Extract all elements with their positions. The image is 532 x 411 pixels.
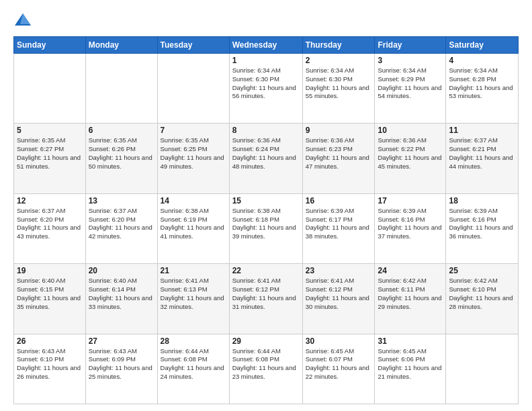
- header: [13, 11, 519, 30]
- day-number: 21: [161, 266, 226, 275]
- day-info: Sunrise: 6:34 AMSunset: 6:30 PMDaylight:…: [232, 66, 300, 101]
- day-info: Sunrise: 6:38 AMSunset: 6:19 PMDaylight:…: [161, 207, 226, 241]
- calendar-cell: 12 Sunrise: 6:37 AMSunset: 6:20 PMDaylig…: [14, 193, 86, 263]
- day-info: Sunrise: 6:35 AMSunset: 6:27 PMDaylight:…: [17, 136, 83, 171]
- day-number: 3: [378, 56, 443, 65]
- day-number: 25: [449, 266, 515, 275]
- day-number: 26: [17, 336, 83, 346]
- day-number: 6: [89, 126, 154, 135]
- calendar-cell: 24 Sunrise: 6:42 AMSunset: 6:11 PMDaylig…: [375, 264, 446, 334]
- day-number: 30: [306, 336, 372, 346]
- day-info: Sunrise: 6:36 AMSunset: 6:23 PMDaylight:…: [306, 136, 372, 171]
- calendar-cell: 10 Sunrise: 6:36 AMSunset: 6:22 PMDaylig…: [375, 124, 446, 193]
- day-info: Sunrise: 6:41 AMSunset: 6:12 PMDaylight:…: [306, 277, 372, 311]
- calendar-cell: 15 Sunrise: 6:38 AMSunset: 6:18 PMDaylig…: [229, 193, 302, 263]
- day-number: 27: [89, 336, 154, 346]
- day-number: 10: [378, 126, 443, 135]
- calendar-cell: 29 Sunrise: 6:44 AMSunset: 6:08 PMDaylig…: [229, 334, 302, 404]
- day-number: 22: [232, 266, 300, 275]
- day-info: Sunrise: 6:34 AMSunset: 6:28 PMDaylight:…: [449, 66, 515, 101]
- day-info: Sunrise: 6:34 AMSunset: 6:30 PMDaylight:…: [306, 66, 372, 101]
- calendar-cell: 25 Sunrise: 6:42 AMSunset: 6:10 PMDaylig…: [446, 264, 519, 334]
- day-info: Sunrise: 6:42 AMSunset: 6:10 PMDaylight:…: [449, 277, 515, 311]
- day-info: Sunrise: 6:43 AMSunset: 6:09 PMDaylight:…: [89, 347, 154, 381]
- day-number: 15: [232, 196, 300, 205]
- calendar-cell: 11 Sunrise: 6:37 AMSunset: 6:21 PMDaylig…: [446, 124, 519, 193]
- calendar-cell: 1 Sunrise: 6:34 AMSunset: 6:30 PMDayligh…: [229, 54, 302, 124]
- calendar-cell: 20 Sunrise: 6:40 AMSunset: 6:14 PMDaylig…: [85, 264, 157, 334]
- calendar-week-row: 1 Sunrise: 6:34 AMSunset: 6:30 PMDayligh…: [14, 54, 519, 124]
- calendar-cell: 22 Sunrise: 6:41 AMSunset: 6:12 PMDaylig…: [229, 264, 302, 334]
- weekday-header: Wednesday: [229, 37, 302, 54]
- day-number: 16: [306, 196, 372, 205]
- calendar-cell: 19 Sunrise: 6:40 AMSunset: 6:15 PMDaylig…: [14, 264, 86, 334]
- calendar-cell: 23 Sunrise: 6:41 AMSunset: 6:12 PMDaylig…: [302, 264, 375, 334]
- day-number: 11: [449, 126, 515, 135]
- day-info: Sunrise: 6:45 AMSunset: 6:07 PMDaylight:…: [306, 347, 372, 381]
- weekday-header-row: SundayMondayTuesdayWednesdayThursdayFrid…: [14, 37, 519, 54]
- day-number: 13: [89, 196, 154, 205]
- day-info: Sunrise: 6:37 AMSunset: 6:20 PMDaylight:…: [89, 207, 154, 241]
- calendar-week-row: 12 Sunrise: 6:37 AMSunset: 6:20 PMDaylig…: [14, 193, 519, 263]
- logo: [13, 11, 35, 30]
- day-info: Sunrise: 6:41 AMSunset: 6:12 PMDaylight:…: [232, 277, 300, 311]
- calendar-week-row: 26 Sunrise: 6:43 AMSunset: 6:10 PMDaylig…: [14, 334, 519, 404]
- day-info: Sunrise: 6:42 AMSunset: 6:11 PMDaylight:…: [378, 277, 443, 311]
- day-number: 9: [306, 126, 372, 135]
- weekday-header: Friday: [375, 37, 446, 54]
- day-number: 23: [306, 266, 372, 275]
- weekday-header: Saturday: [446, 37, 519, 54]
- calendar-cell: 8 Sunrise: 6:36 AMSunset: 6:24 PMDayligh…: [229, 124, 302, 193]
- calendar-cell: 6 Sunrise: 6:35 AMSunset: 6:26 PMDayligh…: [85, 124, 157, 193]
- weekday-header: Thursday: [302, 37, 375, 54]
- day-number: 19: [17, 266, 83, 275]
- day-info: Sunrise: 6:44 AMSunset: 6:08 PMDaylight:…: [232, 347, 300, 381]
- calendar-cell: 3 Sunrise: 6:34 AMSunset: 6:29 PMDayligh…: [375, 54, 446, 124]
- day-number: 14: [161, 196, 226, 205]
- day-number: 31: [378, 336, 443, 346]
- day-number: 17: [378, 196, 443, 205]
- day-number: 12: [17, 196, 83, 205]
- day-number: 24: [378, 266, 443, 275]
- calendar-cell: 14 Sunrise: 6:38 AMSunset: 6:19 PMDaylig…: [157, 193, 229, 263]
- calendar-cell: 18 Sunrise: 6:39 AMSunset: 6:16 PMDaylig…: [446, 193, 519, 263]
- calendar-table: SundayMondayTuesdayWednesdayThursdayFrid…: [13, 36, 519, 404]
- calendar-cell: 13 Sunrise: 6:37 AMSunset: 6:20 PMDaylig…: [85, 193, 157, 263]
- calendar-cell: [157, 54, 229, 124]
- day-info: Sunrise: 6:38 AMSunset: 6:18 PMDaylight:…: [232, 207, 300, 241]
- calendar-cell: 2 Sunrise: 6:34 AMSunset: 6:30 PMDayligh…: [302, 54, 375, 124]
- day-info: Sunrise: 6:36 AMSunset: 6:22 PMDaylight:…: [378, 136, 443, 171]
- calendar-cell: 21 Sunrise: 6:41 AMSunset: 6:13 PMDaylig…: [157, 264, 229, 334]
- calendar-cell: 31 Sunrise: 6:45 AMSunset: 6:06 PMDaylig…: [375, 334, 446, 404]
- calendar-cell: [446, 334, 519, 404]
- weekday-header: Monday: [85, 37, 157, 54]
- day-info: Sunrise: 6:44 AMSunset: 6:08 PMDaylight:…: [161, 347, 226, 381]
- calendar-cell: 28 Sunrise: 6:44 AMSunset: 6:08 PMDaylig…: [157, 334, 229, 404]
- calendar-cell: 30 Sunrise: 6:45 AMSunset: 6:07 PMDaylig…: [302, 334, 375, 404]
- day-info: Sunrise: 6:36 AMSunset: 6:24 PMDaylight:…: [232, 136, 300, 171]
- day-number: 5: [17, 126, 83, 135]
- day-info: Sunrise: 6:39 AMSunset: 6:17 PMDaylight:…: [306, 207, 372, 241]
- day-info: Sunrise: 6:37 AMSunset: 6:20 PMDaylight:…: [17, 207, 83, 241]
- day-number: 8: [232, 126, 300, 135]
- day-info: Sunrise: 6:40 AMSunset: 6:15 PMDaylight:…: [17, 277, 83, 311]
- day-info: Sunrise: 6:39 AMSunset: 6:16 PMDaylight:…: [378, 207, 443, 241]
- day-number: 18: [449, 196, 515, 205]
- day-info: Sunrise: 6:45 AMSunset: 6:06 PMDaylight:…: [378, 347, 443, 381]
- calendar-cell: 26 Sunrise: 6:43 AMSunset: 6:10 PMDaylig…: [14, 334, 86, 404]
- logo-icon: [13, 11, 32, 30]
- calendar-week-row: 5 Sunrise: 6:35 AMSunset: 6:27 PMDayligh…: [14, 124, 519, 193]
- day-number: 28: [161, 336, 226, 346]
- calendar-cell: 16 Sunrise: 6:39 AMSunset: 6:17 PMDaylig…: [302, 193, 375, 263]
- day-number: 2: [306, 56, 372, 65]
- calendar-cell: 4 Sunrise: 6:34 AMSunset: 6:28 PMDayligh…: [446, 54, 519, 124]
- day-info: Sunrise: 6:39 AMSunset: 6:16 PMDaylight:…: [449, 207, 515, 241]
- day-number: 29: [232, 336, 300, 346]
- calendar-cell: 5 Sunrise: 6:35 AMSunset: 6:27 PMDayligh…: [14, 124, 86, 193]
- day-number: 4: [449, 56, 515, 65]
- calendar-week-row: 19 Sunrise: 6:40 AMSunset: 6:15 PMDaylig…: [14, 264, 519, 334]
- day-info: Sunrise: 6:35 AMSunset: 6:25 PMDaylight:…: [161, 136, 226, 171]
- calendar-cell: 17 Sunrise: 6:39 AMSunset: 6:16 PMDaylig…: [375, 193, 446, 263]
- page: SundayMondayTuesdayWednesdayThursdayFrid…: [0, 0, 532, 411]
- calendar-cell: 9 Sunrise: 6:36 AMSunset: 6:23 PMDayligh…: [302, 124, 375, 193]
